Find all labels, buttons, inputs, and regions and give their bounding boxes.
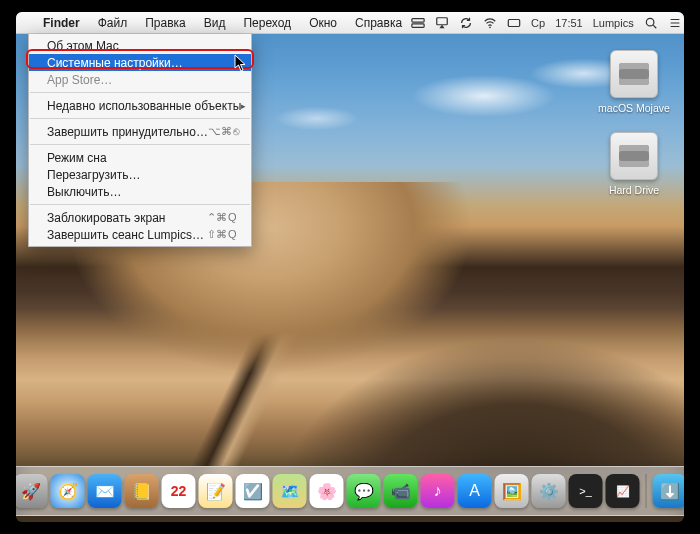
menu-separator	[30, 144, 250, 145]
dock-appstore[interactable]: A	[458, 474, 492, 508]
mouse-cursor	[234, 54, 248, 76]
dock-downloads[interactable]: ⬇️	[653, 474, 685, 508]
menubar-user[interactable]: Lumpics	[593, 17, 634, 29]
desktop-icon-harddrive[interactable]: Hard Drive	[598, 132, 670, 196]
drive-icon	[610, 132, 658, 180]
svg-rect-1	[412, 23, 424, 27]
dock-activity[interactable]: 📈	[606, 474, 640, 508]
dock-preview[interactable]: 🖼️	[495, 474, 529, 508]
menu-restart[interactable]: Перезагрузить…	[29, 166, 251, 183]
menu-logout[interactable]: Завершить сеанс Lumpics…⇧⌘Q	[29, 226, 251, 243]
svg-point-5	[646, 18, 654, 26]
dock-mail[interactable]: ✉️	[88, 474, 122, 508]
shortcut-label: ⌃⌘Q	[207, 211, 237, 224]
dock-photos[interactable]: 🌸	[310, 474, 344, 508]
menu-window[interactable]: Окно	[300, 12, 346, 33]
dock-maps[interactable]: 🗺️	[273, 474, 307, 508]
menu-view[interactable]: Вид	[195, 12, 235, 33]
svg-rect-0	[412, 18, 424, 22]
shortcut-label: ⇧⌘Q	[207, 228, 237, 241]
dock-launchpad[interactable]: 🚀	[16, 474, 48, 508]
disk-icon[interactable]	[411, 16, 425, 30]
desktop-icon-label: Hard Drive	[598, 184, 670, 196]
menu-recent-items[interactable]: Недавно использованные объекты	[29, 97, 251, 114]
menu-bar: Finder Файл Правка Вид Переход Окно Спра…	[16, 12, 684, 34]
dock: 🙂🚀🧭✉️📒22📝☑️🗺️🌸💬📹♪A🖼️⚙️>_📈⬇️🗑️	[16, 466, 684, 516]
menu-separator	[30, 118, 250, 119]
dock-reminders[interactable]: ☑️	[236, 474, 270, 508]
dock-calendar[interactable]: 22	[162, 474, 196, 508]
menu-bar-left: Finder Файл Правка Вид Переход Окно Спра…	[16, 12, 411, 33]
menu-sleep[interactable]: Режим сна	[29, 149, 251, 166]
menu-separator	[30, 204, 250, 205]
desktop-screen: Finder Файл Правка Вид Переход Окно Спра…	[16, 12, 684, 522]
dock-system-preferences[interactable]: ⚙️	[532, 474, 566, 508]
dock-facetime[interactable]: 📹	[384, 474, 418, 508]
dock-messages[interactable]: 💬	[347, 474, 381, 508]
menu-shutdown[interactable]: Выключить…	[29, 183, 251, 200]
apple-menu-dropdown: Об этом Mac Системные настройки… App Sto…	[28, 34, 252, 247]
menu-file[interactable]: Файл	[89, 12, 137, 33]
svg-rect-4	[508, 19, 519, 26]
menu-system-preferences[interactable]: Системные настройки…	[29, 54, 251, 71]
apple-menu-button[interactable]	[16, 12, 34, 33]
menu-help[interactable]: Справка	[346, 12, 411, 33]
dock-terminal[interactable]: >_	[569, 474, 603, 508]
menu-force-quit[interactable]: Завершить принудительно…⌥⌘⎋	[29, 123, 251, 140]
keyboard-icon[interactable]	[507, 16, 521, 30]
dock-itunes[interactable]: ♪	[421, 474, 455, 508]
menu-bar-right: Ср 17:51 Lumpics	[411, 16, 684, 30]
shortcut-label: ⌥⌘⎋	[208, 125, 241, 138]
menu-about-mac[interactable]: Об этом Mac	[29, 37, 251, 54]
svg-point-3	[489, 26, 491, 28]
dock-safari[interactable]: 🧭	[51, 474, 85, 508]
svg-rect-2	[437, 17, 448, 24]
search-icon[interactable]	[644, 16, 658, 30]
menu-separator	[30, 92, 250, 93]
dock-notes[interactable]: 📝	[199, 474, 233, 508]
desktop-icon-label: macOS Mojave	[598, 102, 670, 114]
dock-separator	[646, 474, 647, 508]
dock-contacts[interactable]: 📒	[125, 474, 159, 508]
desktop-icon-mojave[interactable]: macOS Mojave	[598, 50, 670, 114]
menubar-time: 17:51	[555, 17, 583, 29]
menu-go[interactable]: Переход	[234, 12, 300, 33]
menu-edit[interactable]: Правка	[136, 12, 195, 33]
wifi-icon[interactable]	[483, 16, 497, 30]
menu-lock-screen[interactable]: Заблокировать экран⌃⌘Q	[29, 209, 251, 226]
app-menu[interactable]: Finder	[34, 12, 89, 33]
menubar-day: Ср	[531, 17, 545, 29]
airplay-icon[interactable]	[435, 16, 449, 30]
menu-app-store[interactable]: App Store…	[29, 71, 251, 88]
sync-icon[interactable]	[459, 16, 473, 30]
notification-center-icon[interactable]	[668, 16, 682, 30]
drive-icon	[610, 50, 658, 98]
